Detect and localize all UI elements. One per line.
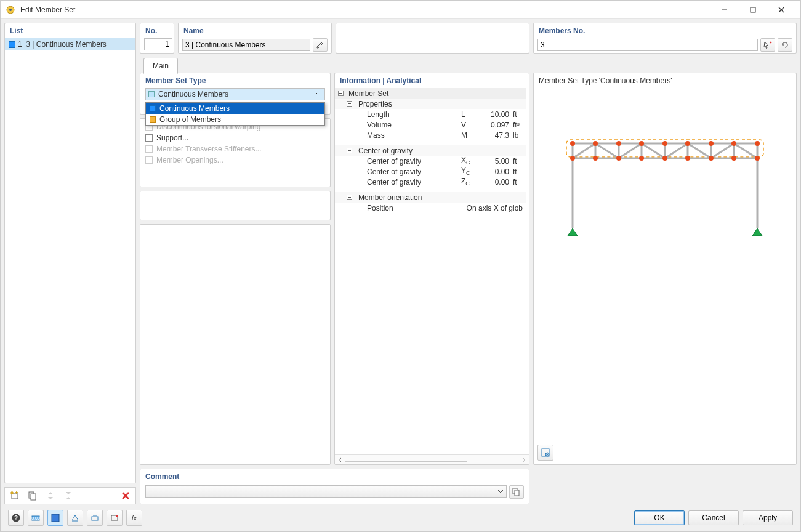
tree-val: 0.00 — [481, 167, 510, 176]
help-button[interactable]: ? — [8, 510, 24, 526]
svg-point-57 — [685, 156, 690, 161]
maximize-button[interactable] — [739, 1, 767, 19]
svg-point-48 — [685, 141, 690, 146]
dialog-window: Edit Member Set List 1 3 | Continuous Me… — [0, 0, 801, 532]
comment-combo[interactable] — [145, 485, 507, 498]
undo-button[interactable] — [778, 38, 792, 52]
tree-val: On axis X of glob — [440, 204, 526, 212]
tree-val: 10.00 — [481, 110, 510, 119]
tree-sym: XC — [459, 156, 481, 166]
no-label: No. — [140, 23, 174, 38]
tree-label: Center of gravity — [346, 167, 459, 176]
tree-unit: ft — [510, 110, 526, 119]
dropdown-option-continuous[interactable]: Continuous Members — [146, 103, 324, 114]
tree-sym: ZC — [459, 177, 481, 187]
comment-library-button[interactable] — [509, 485, 524, 499]
dropdown-option-group[interactable]: Group of Members — [146, 114, 324, 125]
minimize-button[interactable] — [710, 1, 739, 19]
tool-1-button[interactable] — [67, 510, 83, 526]
app-icon — [6, 5, 15, 15]
tree-label: Mass — [346, 131, 459, 140]
list-item-color-icon — [9, 41, 15, 48]
svg-point-52 — [570, 156, 575, 161]
members-no-input[interactable] — [537, 39, 758, 51]
svg-line-33 — [573, 143, 595, 158]
tree-unit: lb — [510, 131, 526, 140]
tool-2-button[interactable] — [87, 510, 103, 526]
pick-members-button[interactable] — [760, 38, 775, 52]
close-button[interactable] — [767, 1, 795, 19]
collapse-button[interactable] — [42, 489, 58, 502]
tree-unit: ft — [510, 167, 526, 176]
svg-text:0.00: 0.00 — [31, 516, 40, 520]
svg-line-39 — [711, 143, 734, 158]
svg-rect-6 — [12, 494, 18, 499]
list-item-no: 1 — [18, 40, 22, 49]
svg-line-38 — [688, 143, 711, 158]
scroll-left-icon[interactable] — [335, 455, 345, 465]
preview-settings-button[interactable] — [537, 445, 553, 461]
tree-val: 0.097 — [481, 121, 510, 129]
svg-line-37 — [665, 143, 688, 158]
tree-sym: M — [459, 131, 481, 140]
info-label: Information | Analytical — [335, 73, 529, 88]
preview-title: Member Set Type 'Continuous Members' — [534, 73, 796, 88]
svg-rect-3 — [751, 7, 755, 12]
option-support[interactable]: Support... — [140, 132, 330, 143]
svg-point-56 — [662, 156, 667, 161]
delete-item-button[interactable] — [118, 489, 134, 502]
name-input[interactable] — [182, 39, 310, 51]
member-set-type-dropdown[interactable]: Continuous Members — [145, 88, 325, 100]
tree-label: Member orientation — [346, 193, 459, 202]
expand-button[interactable] — [60, 489, 76, 502]
cancel-button[interactable]: Cancel — [688, 510, 739, 525]
option-color-icon — [150, 105, 156, 111]
apply-button[interactable]: Apply — [743, 510, 793, 525]
svg-line-40 — [734, 143, 757, 158]
list-toolbar — [4, 487, 136, 504]
svg-rect-8 — [31, 494, 36, 500]
tree-unit: ft³ — [510, 121, 526, 129]
tree-label: Member Set — [346, 89, 459, 98]
units-button[interactable]: 0.00 — [28, 510, 44, 526]
svg-point-59 — [731, 156, 736, 161]
svg-point-60 — [755, 156, 760, 161]
svg-point-51 — [755, 141, 760, 146]
horizontal-scrollbar[interactable] — [335, 454, 529, 464]
member-set-type-label: Member Set Type — [140, 73, 330, 88]
member-set-type-dropdown-list: Continuous Members Group of Members — [145, 102, 325, 126]
new-item-button[interactable] — [7, 489, 23, 502]
chevron-down-icon — [316, 91, 322, 97]
option-label: Support... — [156, 134, 188, 142]
scroll-right-icon[interactable] — [519, 455, 529, 465]
copy-item-button[interactable] — [25, 489, 41, 502]
edit-name-button[interactable] — [313, 38, 328, 52]
type-color-icon — [148, 91, 155, 97]
no-input[interactable] — [144, 38, 172, 50]
structure-preview-icon — [548, 131, 782, 254]
tree-unit: ft — [510, 157, 526, 166]
tab-main[interactable]: Main — [143, 58, 178, 74]
function-button[interactable]: fx — [126, 510, 142, 526]
color-toggle-button[interactable] — [47, 510, 63, 526]
svg-point-55 — [639, 156, 644, 161]
svg-point-47 — [662, 141, 667, 146]
tool-3-button[interactable] — [107, 510, 123, 526]
list-item[interactable]: 1 3 | Continuous Members — [5, 38, 135, 50]
tree-label: Center of gravity — [346, 147, 459, 155]
tree-sym: V — [459, 121, 481, 129]
svg-text:fx: fx — [132, 515, 137, 522]
option-label: Member Transverse Stiffeners... — [156, 145, 262, 153]
ok-button[interactable]: OK — [634, 510, 685, 525]
tree-label: Center of gravity — [346, 157, 459, 166]
window-title: Edit Member Set — [20, 6, 710, 14]
tree-toggle-icon[interactable] — [336, 89, 345, 98]
comment-label: Comment — [140, 469, 529, 484]
window-buttons — [710, 1, 795, 19]
titlebar: Edit Member Set — [1, 1, 800, 19]
dropdown-selected-label: Continuous Members — [158, 90, 312, 99]
svg-point-54 — [616, 156, 621, 161]
list-item-name: 3 | Continuous Members — [26, 40, 107, 49]
name-label: Name — [179, 23, 331, 38]
list-label: List — [5, 23, 135, 38]
